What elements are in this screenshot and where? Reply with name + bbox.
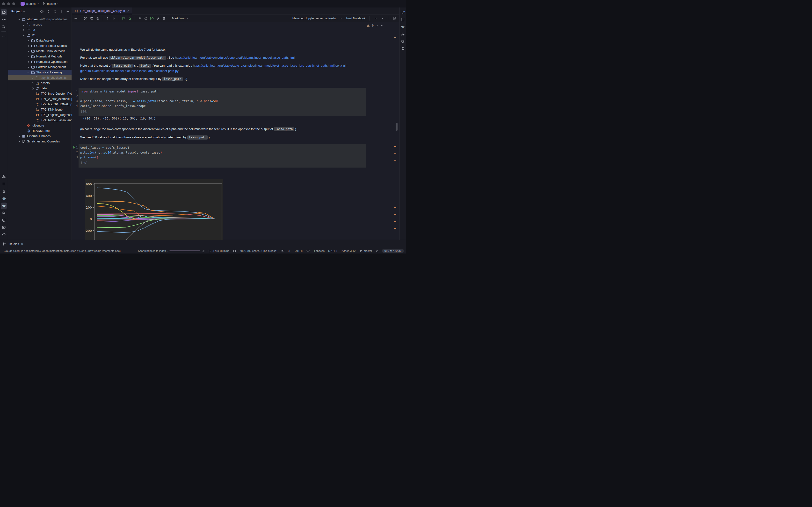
time-tracker-widget[interactable]: 3 hrs 18 mins bbox=[208, 249, 230, 252]
chevron-right-icon[interactable] bbox=[17, 140, 21, 143]
chevron-right-icon[interactable] bbox=[31, 76, 35, 79]
highlighting-eye-icon[interactable] bbox=[306, 249, 310, 252]
error-stripe-mark[interactable] bbox=[394, 153, 396, 154]
r-tools-tool-button-selected[interactable]: R bbox=[1, 203, 7, 209]
tree-item-data-analysis[interactable]: Data Analysis bbox=[8, 38, 71, 43]
project-panel-title[interactable]: Project bbox=[11, 10, 21, 13]
chevron-down-icon[interactable] bbox=[17, 18, 21, 21]
tree-item-data[interactable]: data bbox=[8, 86, 71, 91]
code-with-me-tool-button[interactable] bbox=[400, 31, 406, 37]
status-message[interactable]: Claude Client is not installed // Open I… bbox=[4, 249, 120, 252]
project-switcher[interactable]: studies bbox=[27, 2, 36, 6]
window-close-button[interactable] bbox=[2, 2, 5, 5]
notifications-tool-button[interactable] bbox=[400, 9, 406, 15]
delete-cell-icon[interactable] bbox=[162, 16, 166, 20]
pause-indexing-icon[interactable] bbox=[202, 249, 205, 252]
encoding-widget[interactable]: UTF-8 bbox=[295, 249, 303, 252]
tree-item-portfolio-management[interactable]: Portfolio Management bbox=[8, 64, 71, 70]
chevron-right-icon[interactable] bbox=[22, 29, 26, 32]
trust-notebook-button[interactable]: Trust Notebook bbox=[346, 17, 365, 20]
tree-item-monte-carlo-methods[interactable]: Monte Carlo Methods bbox=[8, 49, 71, 54]
branch-switcher[interactable]: master bbox=[47, 2, 56, 6]
tree-item-numerical-optimisation[interactable]: Numerical Optimisation bbox=[8, 59, 71, 64]
previous-cell-icon[interactable] bbox=[374, 17, 377, 20]
move-cell-up-icon[interactable] bbox=[106, 16, 110, 20]
tree-item-scratches-and-consoles[interactable]: Scratches and Consoles bbox=[8, 139, 71, 144]
error-stripe-mark[interactable] bbox=[394, 207, 396, 208]
chevron-right-icon[interactable] bbox=[17, 135, 21, 137]
chevron-right-icon[interactable] bbox=[27, 39, 31, 42]
cut-cell-icon[interactable] bbox=[84, 16, 88, 20]
chevron-right-icon[interactable] bbox=[31, 82, 35, 84]
error-stripe-mark[interactable] bbox=[394, 221, 396, 222]
debug-cell-icon[interactable] bbox=[128, 16, 132, 20]
tree-item--vscode[interactable]: .vscode bbox=[8, 22, 71, 27]
window-minimize-button[interactable] bbox=[7, 2, 10, 5]
python-interpreter-widget[interactable]: Python 3.12 bbox=[341, 249, 355, 252]
window-zoom-button[interactable] bbox=[12, 2, 15, 5]
chevron-down-icon[interactable] bbox=[27, 71, 31, 74]
run-all-cells-icon[interactable] bbox=[150, 16, 154, 20]
chevron-right-icon[interactable] bbox=[31, 87, 35, 90]
chevron-right-icon[interactable] bbox=[27, 66, 31, 68]
tree-item--gitignore[interactable]: .gitignore bbox=[8, 123, 71, 128]
add-cell-icon[interactable] bbox=[74, 16, 78, 20]
power-save-icon[interactable] bbox=[233, 249, 236, 252]
tree-item-readme-md[interactable]: README.md bbox=[8, 128, 71, 133]
tool-window-tab-close-icon[interactable]: ✕ bbox=[21, 242, 23, 246]
python-packages-tool-button[interactable] bbox=[1, 188, 7, 194]
ai-assistant-tool-button[interactable] bbox=[400, 38, 406, 44]
tree-item-tp3-logistic-regression-ar[interactable]: TP3_Logistic_Regression_ar bbox=[8, 112, 71, 118]
prev-problem-icon[interactable] bbox=[375, 24, 379, 27]
todo-tool-button[interactable] bbox=[1, 181, 7, 187]
options-kebab-icon[interactable] bbox=[59, 10, 63, 13]
next-cell-icon[interactable] bbox=[380, 17, 384, 20]
code-line[interactable]: coefs_lasso = coefs_lasso.T bbox=[80, 146, 129, 150]
error-stripe-mark[interactable] bbox=[394, 37, 396, 38]
r-version-widget[interactable]: R 4.4.3 bbox=[328, 249, 337, 252]
tab-close-icon[interactable]: ✕ bbox=[127, 9, 130, 12]
code-line[interactable]: coefs_lasso.shape, coefs_lasso.shape bbox=[80, 104, 146, 108]
paste-cell-icon[interactable] bbox=[96, 16, 100, 20]
plugin-tool-button[interactable] bbox=[400, 45, 406, 52]
commit-tool-button[interactable] bbox=[1, 16, 7, 23]
caret-position-widget[interactable]: 483:1 (99 chars, 2 line breaks) bbox=[240, 249, 277, 252]
tree-item-tp4-ridge-lasso-and-cv-ip[interactable]: TP4_Ridge_Lasso_and_CV.ip bbox=[8, 118, 71, 123]
tree-item-studies[interactable]: studies~/Workspace/studies bbox=[8, 17, 71, 22]
code-line[interactable]: plt.plot(np.log10(alphas_lasso), coefs_l… bbox=[80, 151, 162, 154]
code-line[interactable]: from sklearn.linear_model import lasso_p… bbox=[80, 90, 158, 93]
locate-file-icon[interactable] bbox=[40, 10, 44, 13]
example-link-wrap[interactable]: glr-auto-examples-linear-model-plot-lass… bbox=[80, 69, 179, 73]
inspection-widget[interactable]: 9 bbox=[366, 24, 384, 27]
line-separator-widget[interactable]: LF bbox=[288, 249, 291, 252]
copy-cell-icon[interactable] bbox=[90, 16, 94, 20]
tree-item-tp1-a-first-example-ipynb[interactable]: TP1_A_first_example.ipynb bbox=[8, 96, 71, 102]
chevron-right-icon[interactable] bbox=[27, 55, 31, 58]
tree-item-assets[interactable]: assets bbox=[8, 80, 71, 86]
tree-item-general-linear-models[interactable]: General Linear Models bbox=[8, 43, 71, 49]
memory-indicator[interactable]: 980 of 4200M bbox=[382, 249, 404, 253]
git-tool-button[interactable] bbox=[2, 242, 6, 246]
r-console-tool-button[interactable]: R bbox=[1, 195, 7, 202]
tree-item-numerical-methods[interactable]: Numerical Methods bbox=[8, 54, 71, 59]
browser-globe-icon[interactable] bbox=[393, 16, 396, 20]
tree-item-external-libraries[interactable]: External Libraries bbox=[8, 133, 71, 139]
doc-link[interactable]: https://scikit-learn.org/stable/modules/… bbox=[175, 56, 295, 59]
error-stripe-mark[interactable] bbox=[394, 228, 396, 229]
editor-scrollbar[interactable] bbox=[396, 123, 398, 131]
more-tool-windows-button[interactable] bbox=[1, 33, 7, 39]
lock-icon[interactable] bbox=[376, 249, 379, 252]
tree-item-statistical-learning[interactable]: Statistical Learning bbox=[8, 70, 71, 75]
tree-item-tp2-knn-ipynb[interactable]: TP2_KNN.ipynb bbox=[8, 107, 71, 112]
chevron-right-icon[interactable] bbox=[22, 23, 26, 26]
project-tool-button[interactable] bbox=[1, 9, 7, 15]
tab-notebook[interactable]: TP4_Ridge_Lasso_and_CV.ipynb ✕ bbox=[72, 7, 132, 14]
collapse-all-icon[interactable] bbox=[53, 10, 57, 13]
example-link[interactable]: https://scikit-learn.org/stable/auto_exa… bbox=[193, 64, 348, 67]
layers-tool-button[interactable] bbox=[1, 210, 7, 216]
structure-tool-button[interactable] bbox=[1, 174, 7, 180]
hide-panel-icon[interactable] bbox=[66, 10, 69, 13]
next-problem-icon[interactable] bbox=[380, 24, 384, 27]
services-tool-button[interactable] bbox=[1, 217, 7, 223]
error-stripe-mark[interactable] bbox=[394, 146, 396, 147]
